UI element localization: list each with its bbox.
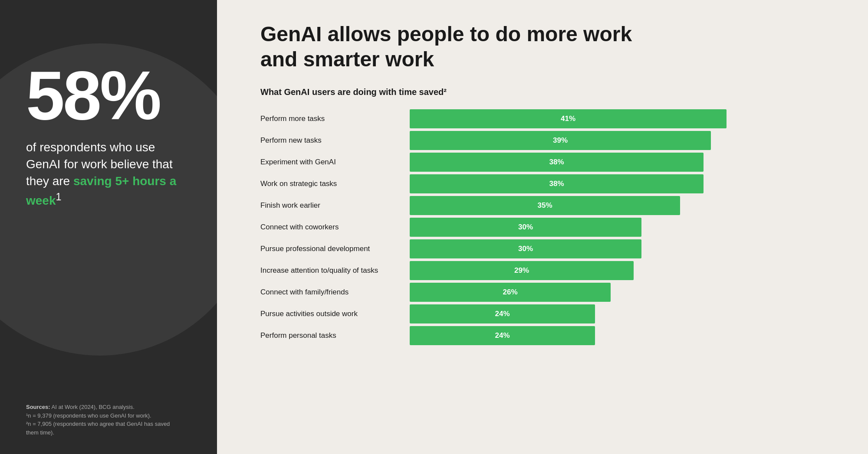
bar-value: 41% (561, 114, 575, 123)
bar-row: Pursue professional development 30% (260, 239, 833, 258)
sources-label: Sources: (26, 404, 50, 410)
bar-value: 26% (503, 288, 517, 297)
bar-label: Pursue activities outside work (260, 310, 399, 318)
superscript: 1 (56, 191, 62, 203)
bar-label: Increase attention to/quality of tasks (260, 266, 399, 275)
bar-container: 35% (410, 196, 833, 215)
bar-row: Pursue activities outside work 24% (260, 304, 833, 323)
bar-container: 26% (410, 283, 833, 302)
bar-value: 24% (495, 310, 510, 318)
bar-container: 38% (410, 174, 833, 193)
bar-row: Connect with family/friends 26% (260, 283, 833, 302)
bar-value: 38% (549, 158, 564, 167)
bar-fill: 30% (410, 239, 641, 258)
bar-row: Connect with coworkers 30% (260, 218, 833, 237)
bar-container: 24% (410, 326, 833, 345)
bar-value: 39% (553, 136, 568, 145)
bar-fill: 29% (410, 261, 634, 280)
left-panel: 58% of respondents who use GenAI for wor… (0, 0, 217, 454)
bar-chart: Perform more tasks 41% Perform new tasks… (260, 109, 833, 432)
bar-row: Experiment with GenAI 38% (260, 153, 833, 172)
bar-fill: 39% (410, 131, 711, 150)
bar-row: Perform new tasks 39% (260, 131, 833, 150)
bar-container: 24% (410, 304, 833, 323)
bar-fill: 35% (410, 196, 680, 215)
bar-row: Finish work earlier 35% (260, 196, 833, 215)
bar-container: 41% (410, 109, 833, 128)
bar-value: 38% (549, 180, 564, 188)
footnote2: ²n = 7,905 (respondents who agree that G… (26, 421, 170, 436)
bar-fill: 41% (410, 109, 727, 128)
bar-value: 35% (537, 201, 552, 210)
bar-value: 30% (518, 245, 533, 253)
bar-value: 30% (518, 223, 533, 232)
bar-row: Perform more tasks 41% (260, 109, 833, 128)
bar-label: Connect with coworkers (260, 223, 399, 232)
sources-text: AI at Work (2024), BCG analysis. (50, 404, 135, 410)
main-title: GenAI allows people to do more workand s… (260, 22, 833, 72)
left-content: 58% of respondents who use GenAI for wor… (0, 0, 217, 209)
bar-fill: 30% (410, 218, 641, 237)
bar-row: Work on strategic tasks 38% (260, 174, 833, 193)
bar-container: 29% (410, 261, 833, 280)
bar-fill: 24% (410, 326, 595, 345)
bar-fill: 24% (410, 304, 595, 323)
bar-value: 24% (495, 331, 510, 340)
bar-fill: 26% (410, 283, 611, 302)
chart-subtitle: What GenAI users are doing with time sav… (260, 87, 833, 97)
bar-label: Work on strategic tasks (260, 180, 399, 188)
bar-label: Pursue professional development (260, 245, 399, 253)
bar-label: Perform more tasks (260, 114, 399, 123)
bar-container: 30% (410, 218, 833, 237)
sources-section: Sources: AI at Work (2024), BCG analysis… (26, 403, 182, 437)
bar-container: 39% (410, 131, 833, 150)
bar-label: Connect with family/friends (260, 288, 399, 297)
bar-fill: 38% (410, 174, 704, 193)
bar-value: 29% (514, 266, 529, 275)
bar-row: Perform personal tasks 24% (260, 326, 833, 345)
bar-container: 30% (410, 239, 833, 258)
bar-row: Increase attention to/quality of tasks 2… (260, 261, 833, 280)
description-text: of respondents who use GenAI for work be… (26, 139, 191, 209)
bar-label: Finish work earlier (260, 201, 399, 210)
footnote1: ¹n = 9,379 (respondents who use GenAI fo… (26, 412, 151, 419)
bar-label: Experiment with GenAI (260, 158, 399, 167)
bar-label: Perform personal tasks (260, 331, 399, 340)
bar-fill: 38% (410, 153, 704, 172)
bar-label: Perform new tasks (260, 136, 399, 145)
bar-container: 38% (410, 153, 833, 172)
big-percentage: 58% (26, 61, 195, 130)
right-panel: GenAI allows people to do more workand s… (217, 0, 868, 454)
